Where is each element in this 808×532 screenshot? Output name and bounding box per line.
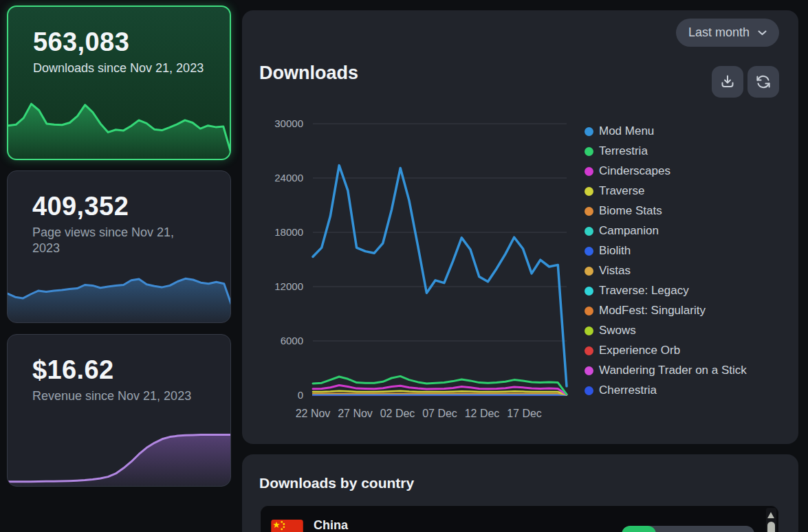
legend-item-experience-orb[interactable]: Experience Orb xyxy=(585,344,747,357)
china-flag-icon xyxy=(271,520,303,532)
legend-label: Cinderscapes xyxy=(599,164,670,178)
legend-label: Traverse xyxy=(599,184,644,198)
y-axis-label: 18000 xyxy=(255,226,303,238)
legend-item-wandering-trader-on-a-stick[interactable]: Wandering Trader on a Stick xyxy=(585,364,747,377)
legend-item-biolith[interactable]: Biolith xyxy=(585,244,747,258)
y-axis-label: 6000 xyxy=(255,335,303,346)
page-views-total-label: Page views since Nov 21, 2023 xyxy=(32,225,204,256)
legend-dot-icon xyxy=(585,147,593,156)
legend-item-cinderscapes[interactable]: Cinderscapes xyxy=(585,164,747,178)
y-axis-label: 12000 xyxy=(255,280,303,292)
stat-card-page-views[interactable]: 409,352 Page views since Nov 21, 2023 xyxy=(7,170,231,323)
legend-item-mod-menu[interactable]: Mod Menu xyxy=(585,124,747,138)
legend-dot-icon xyxy=(585,227,593,236)
scroll-up-arrow-icon[interactable] xyxy=(767,512,774,518)
legend-item-modfest-singularity[interactable]: ModFest: Singularity xyxy=(585,304,747,318)
legend-item-terrestria[interactable]: Terrestria xyxy=(585,144,747,158)
country-list-scrollbar[interactable] xyxy=(766,508,776,532)
downloads-total-label: Downloads since Nov 21, 2023 xyxy=(33,60,205,76)
country-downloads-bar xyxy=(622,526,754,532)
legend-dot-icon xyxy=(585,167,593,176)
stat-card-downloads[interactable]: 563,083 Downloads since Nov 21, 2023 xyxy=(7,5,231,160)
legend-dot-icon xyxy=(585,267,593,276)
legend-label: Experience Orb xyxy=(599,344,680,357)
legend-label: Swows xyxy=(599,324,636,337)
legend-item-biome-stats[interactable]: Biome Stats xyxy=(585,204,747,218)
legend-dot-icon xyxy=(585,207,593,216)
legend-dot-icon xyxy=(585,127,593,136)
country-downloads-bar-fill xyxy=(622,526,656,532)
scrollbar-thumb[interactable] xyxy=(767,522,775,532)
revenue-total-label: Revenue since Nov 21, 2023 xyxy=(32,388,204,404)
page-views-sparkline xyxy=(8,259,231,322)
legend-dot-icon xyxy=(585,366,593,375)
legend-label: Traverse: Legacy xyxy=(599,284,689,298)
y-axis-label: 0 xyxy=(255,389,303,401)
legend-dot-icon xyxy=(585,386,593,395)
y-axis-label: 24000 xyxy=(255,172,303,184)
legend-dot-icon xyxy=(585,307,593,315)
y-axis-label: 30000 xyxy=(255,118,303,129)
country-panel-title: Downloads by country xyxy=(259,475,414,491)
legend-dot-icon xyxy=(585,287,593,296)
legend-label: Campanion xyxy=(599,224,659,238)
legend-dot-icon xyxy=(585,187,593,196)
legend-item-campanion[interactable]: Campanion xyxy=(585,224,747,238)
legend-item-vistas[interactable]: Vistas xyxy=(585,264,747,278)
country-name: China xyxy=(314,518,348,532)
series-line-mod-menu xyxy=(313,166,567,386)
legend-item-swows[interactable]: Swows xyxy=(585,324,747,337)
legend-label: Cherrestria xyxy=(599,384,657,397)
legend-label: Biolith xyxy=(599,244,631,258)
downloads-sparkline xyxy=(8,98,231,159)
legend-label: ModFest: Singularity xyxy=(599,304,706,318)
legend-item-traverse[interactable]: Traverse xyxy=(585,184,747,198)
legend-item-traverse-legacy[interactable]: Traverse: Legacy xyxy=(585,284,747,298)
page-views-total: 409,352 xyxy=(32,192,230,221)
revenue-total: $16.62 xyxy=(32,355,230,385)
revenue-sparkline xyxy=(8,423,231,486)
x-axis-label: 17 Dec xyxy=(497,408,552,420)
legend-label: Wandering Trader on a Stick xyxy=(599,364,747,377)
downloads-total: 563,083 xyxy=(33,27,230,57)
country-panel: Downloads by country China xyxy=(242,454,798,532)
downloads-panel: Last month Downloads 3000024000180001200… xyxy=(242,10,798,444)
legend-label: Mod Menu xyxy=(599,124,654,138)
legend-label: Biome Stats xyxy=(599,204,662,218)
sparkline-area xyxy=(8,104,231,159)
legend-item-cherrestria[interactable]: Cherrestria xyxy=(585,384,747,397)
legend-label: Vistas xyxy=(599,264,631,278)
chart-legend: Mod MenuTerrestriaCinderscapesTraverseBi… xyxy=(585,124,747,397)
legend-dot-icon xyxy=(585,247,593,256)
sparkline-area xyxy=(8,435,231,487)
country-list: China xyxy=(260,505,779,532)
legend-dot-icon xyxy=(585,346,593,355)
stat-card-revenue[interactable]: $16.62 Revenue since Nov 21, 2023 xyxy=(7,334,231,487)
legend-label: Terrestria xyxy=(599,144,648,158)
legend-dot-icon xyxy=(585,326,593,335)
